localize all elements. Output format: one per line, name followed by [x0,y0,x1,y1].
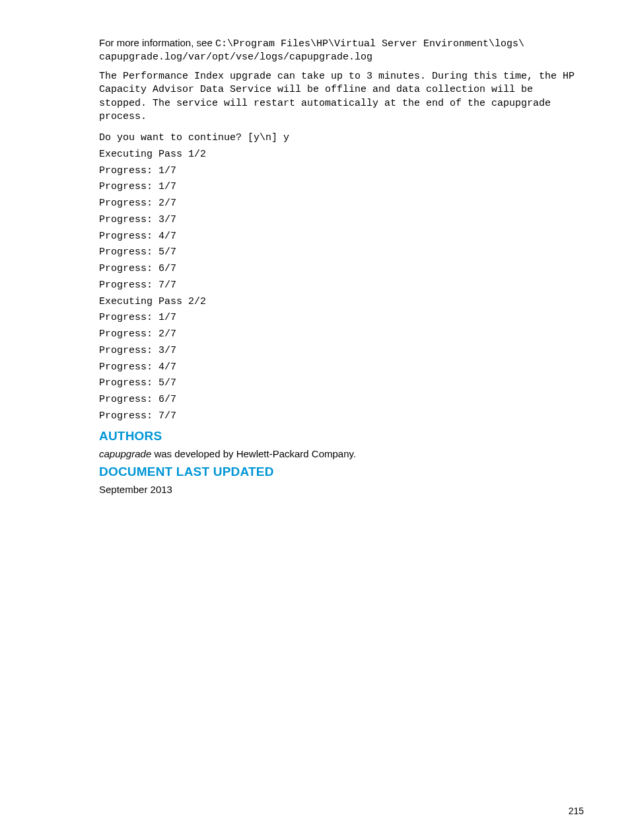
log-line: Progress: 3/7 [99,343,584,360]
log-line: Progress: 4/7 [99,229,584,245]
log-line: Progress: 5/7 [99,375,584,392]
authors-text: capupgrade was developed by Hewlett-Pack… [99,447,584,461]
main-paragraph: The Performance Index upgrade can take u… [99,70,584,124]
authors-heading: AUTHORS [99,429,584,443]
log-line: Progress: 2/7 [99,326,584,343]
log-line: Progress: 2/7 [99,196,584,212]
intro-line-1: For more information, see C:\Program Fil… [99,37,584,50]
log-output: Do you want to continue? [y\n] yExecutin… [99,130,584,425]
log-line: Executing Pass 1/2 [99,147,584,163]
log-line: Progress: 1/7 [99,179,584,196]
intro-path-2: capupgrade.log/var/opt/vse/logs/capupgra… [99,52,584,63]
log-line: Progress: 1/7 [99,163,584,180]
intro-prefix: For more information, see [99,37,215,48]
log-line: Progress: 6/7 [99,261,584,278]
intro-path-1: C:\Program Files\HP\Virtual Server Envir… [215,38,524,50]
log-line: Progress: 7/7 [99,408,584,425]
authors-rest: was developed by Hewlett-Packard Company… [151,448,356,459]
log-line: Progress: 7/7 [99,278,584,294]
log-line: Progress: 3/7 [99,212,584,229]
authors-italic: capupgrade [99,448,151,459]
log-line: Executing Pass 2/2 [99,294,584,311]
log-line: Progress: 1/7 [99,310,584,326]
log-line: Progress: 5/7 [99,245,584,261]
log-line: Progress: 4/7 [99,360,584,376]
updated-heading: DOCUMENT LAST UPDATED [99,465,584,479]
updated-date: September 2013 [99,483,584,496]
log-line: Do you want to continue? [y\n] y [99,130,584,147]
log-line: Progress: 6/7 [99,392,584,408]
page-number: 215 [569,806,584,816]
